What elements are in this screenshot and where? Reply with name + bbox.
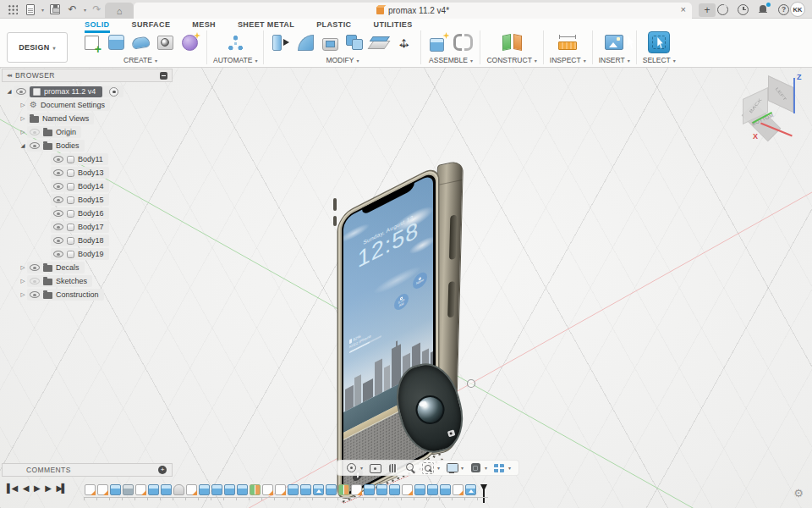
browser-row-sketches[interactable]: ▷Sketches xyxy=(2,274,173,288)
fit-icon[interactable] xyxy=(422,462,434,474)
group-label-automate[interactable]: AUTOMATE▾ xyxy=(213,56,257,64)
timeline-feature-extrude[interactable] xyxy=(224,484,235,495)
chevron-down-icon[interactable]: ▾ xyxy=(437,465,440,471)
display-settings-icon[interactable] xyxy=(446,462,458,474)
move-tool[interactable] xyxy=(392,31,414,53)
browser-row-document-settings[interactable]: ▷⚙Document Settings xyxy=(2,98,173,112)
save-icon[interactable] xyxy=(47,3,62,17)
timeline-settings-icon[interactable]: ⚙ xyxy=(793,487,804,500)
chevron-down-icon[interactable]: ▾ xyxy=(508,465,511,471)
panel-menu-icon[interactable] xyxy=(160,72,167,80)
shell-tool[interactable] xyxy=(319,31,341,53)
view-cube[interactable]: BACK LEFT BOTTOM Z X xyxy=(739,73,810,144)
browser-row-body13[interactable]: Body13 xyxy=(2,166,173,179)
visibility-eye-icon[interactable] xyxy=(30,142,40,149)
document-tab[interactable]: promax 11.2 v4* × xyxy=(134,3,692,19)
measure-tool[interactable] xyxy=(557,31,579,53)
collapse-icon[interactable]: ◢ xyxy=(19,142,27,149)
step-back-button[interactable]: ◀ xyxy=(23,484,28,493)
collapse-panel-icon[interactable]: ◂◂ xyxy=(7,72,11,79)
timeline-feature-sketch[interactable] xyxy=(351,484,362,495)
visibility-eye-icon[interactable] xyxy=(53,224,63,230)
timeline-feature-extrude[interactable] xyxy=(199,484,210,495)
close-tab-button[interactable]: × xyxy=(681,4,686,14)
browser-row-body18[interactable]: Body18 xyxy=(2,234,173,247)
browser-row-origin[interactable]: ▷Origin xyxy=(2,125,173,139)
grid-display-icon[interactable] xyxy=(469,462,481,474)
extrude-tool[interactable] xyxy=(105,31,127,53)
expand-icon[interactable]: ▷ xyxy=(19,115,27,122)
app-launcher-icon[interactable] xyxy=(5,3,19,17)
browser-header[interactable]: ◂◂ BROWSER xyxy=(2,69,173,82)
play-button[interactable]: ▶ xyxy=(34,484,39,493)
group-label-modify[interactable]: MODIFY▾ xyxy=(326,56,359,64)
combine-tool[interactable] xyxy=(343,31,365,53)
timeline-feature-revolve[interactable] xyxy=(123,484,134,495)
expand-icon[interactable]: ▷ xyxy=(19,264,27,271)
visibility-eye-icon[interactable] xyxy=(53,196,63,203)
visibility-eye-icon[interactable] xyxy=(30,129,40,135)
expand-icon[interactable]: ▷ xyxy=(19,129,27,135)
browser-row-body14[interactable]: Body14 xyxy=(2,179,173,193)
group-label-construct[interactable]: CONSTRUCT▾ xyxy=(486,56,536,64)
help-icon[interactable]: ? xyxy=(776,3,791,17)
chevron-down-icon[interactable]: ▾ xyxy=(360,465,363,471)
view-cube-left-face[interactable]: LEFT xyxy=(768,75,793,113)
pan-icon[interactable] xyxy=(387,462,398,474)
create-sketch-tool[interactable] xyxy=(80,31,102,53)
timeline-feature-extrude[interactable] xyxy=(414,484,425,495)
viewports-icon[interactable] xyxy=(493,462,505,474)
orbit-icon[interactable] xyxy=(345,462,357,474)
chevron-down-icon[interactable]: ▾ xyxy=(461,465,464,471)
visibility-eye-icon[interactable] xyxy=(53,183,63,190)
visibility-eye-icon[interactable] xyxy=(30,291,40,298)
timeline-feature-sketch[interactable] xyxy=(186,484,197,495)
timeline-feature-extrude[interactable] xyxy=(440,484,451,495)
visibility-eye-icon[interactable] xyxy=(30,264,40,271)
new-component-tool[interactable] xyxy=(427,31,449,53)
press-pull-tool[interactable] xyxy=(270,31,292,53)
browser-row-promax-11-2-v4[interactable]: ◢promax 11.2 v4 xyxy=(2,85,173,98)
split-body-tool[interactable] xyxy=(368,31,390,53)
chevron-down-icon[interactable]: ▾ xyxy=(485,465,487,471)
browser-row-construction[interactable]: ▷Construction xyxy=(2,288,173,301)
timeline-feature-plane[interactable] xyxy=(250,484,261,495)
timeline-feature-fillet[interactable] xyxy=(173,484,184,495)
add-comment-icon[interactable]: + xyxy=(158,466,167,474)
notifications-icon[interactable] xyxy=(756,3,771,17)
browser-row-named-views[interactable]: ▷Named Views xyxy=(2,112,173,125)
timeline-feature-plane[interactable] xyxy=(338,484,349,495)
timeline-feature-sketch[interactable] xyxy=(402,484,413,495)
visibility-eye-icon[interactable] xyxy=(53,169,63,176)
skip-start-button[interactable]: ▌◀ xyxy=(7,484,17,493)
timeline-feature-extrude[interactable] xyxy=(161,484,172,495)
browser-row-body19[interactable]: Body19 xyxy=(2,247,173,261)
timeline-feature-sketch[interactable] xyxy=(453,484,464,495)
sweep-tool[interactable] xyxy=(129,31,151,53)
timeline-feature-decal[interactable] xyxy=(313,484,324,495)
timeline-feature-sketch[interactable] xyxy=(85,484,96,495)
phone-model[interactable]: Sunday, August 13 12:58 None 5:20 AM 62%… xyxy=(338,166,438,503)
visibility-eye-icon[interactable] xyxy=(53,237,63,244)
browser-row-body17[interactable]: Body17 xyxy=(2,220,173,234)
visibility-eye-icon[interactable] xyxy=(53,210,63,217)
timeline-feature-extrude[interactable] xyxy=(237,484,248,495)
automate-tool[interactable] xyxy=(224,31,246,53)
timeline-feature-extrude[interactable] xyxy=(389,484,400,495)
hole-tool[interactable] xyxy=(154,31,176,53)
step-forward-button[interactable]: ▶ xyxy=(45,484,50,493)
group-label-inspect[interactable]: INSPECT▾ xyxy=(550,56,586,64)
construct-plane-tool[interactable] xyxy=(501,31,523,53)
file-icon[interactable] xyxy=(23,3,37,17)
timeline-feature-extrude[interactable] xyxy=(364,484,375,495)
look-at-icon[interactable] xyxy=(369,462,381,474)
visibility-eye-icon[interactable] xyxy=(53,251,63,257)
timeline-feature-decal[interactable] xyxy=(465,484,476,495)
new-tab-button[interactable]: + xyxy=(699,3,716,17)
expand-icon[interactable]: ▷ xyxy=(19,291,27,298)
timeline-feature-sketch[interactable] xyxy=(262,484,273,495)
timeline-feature-extrude[interactable] xyxy=(300,484,311,495)
timeline-feature-sketch[interactable] xyxy=(275,484,286,495)
insert-image-tool[interactable] xyxy=(603,31,625,53)
zoom-icon[interactable] xyxy=(404,462,416,474)
